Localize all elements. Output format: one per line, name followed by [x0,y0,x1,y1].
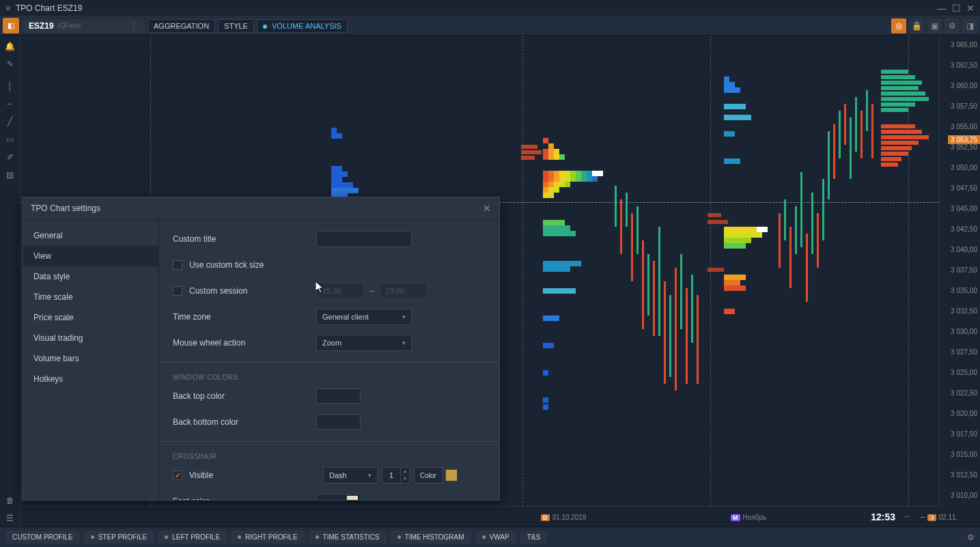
price-tick: 3 025,00 [951,369,977,376]
dropdown-icon[interactable]: ⋮ [130,21,138,31]
bottom-tab[interactable]: TIME HISTOGRAM [391,531,471,544]
bell-icon[interactable]: 🔔 [1,38,19,55]
price-tick: 3 065,00 [951,41,977,48]
bottom-tabs: CUSTOM PROFILESTEP PROFILELEFT PROFILERI… [0,527,980,547]
visible-label: Visible [189,471,323,480]
feed-label: IQFeed [58,22,81,29]
bottom-tab[interactable]: STEP PROFILE [84,531,154,544]
price-tick: 3 035,00 [951,287,977,294]
bottom-tab[interactable]: RIGHT PROFILE [231,531,305,544]
custom-title-label: Custom title [173,234,316,244]
settings-nav-item[interactable]: Hotkeys [23,369,158,389]
price-tick: 3 062,50 [951,61,977,69]
main-toolbar: ◧ ESZ19 IQFeed ⋮ AGGREGATION STYLE VOLUM… [0,16,980,36]
font-color-picker[interactable] [316,494,361,500]
panel-toggle-icon[interactable]: ◨ [962,18,977,33]
symbol-selector[interactable]: ESZ19 IQFeed ⋮ [22,19,145,33]
spinner-down-icon[interactable]: ▼ [401,475,409,483]
price-tick: 3 015,00 [951,451,977,458]
chevron-down-icon: ▾ [368,472,372,479]
settings-nav: GeneralViewData styleTime scalePrice sca… [23,220,159,500]
style-button[interactable]: STYLE [218,19,254,33]
settings-icon[interactable]: ⚙ [944,18,960,33]
horizontal-line-icon[interactable]: ← [1,96,19,112]
settings-title-bar: TPO Chart settings ✕ [23,197,499,220]
window-title: TPO Chart ESZ19 [16,3,937,13]
rectangle-icon[interactable]: ▭ [1,131,19,148]
custom-session-checkbox[interactable] [173,286,182,296]
use-custom-tick-label: Use custom tick size [189,260,264,270]
settings-nav-item[interactable]: Price scale [23,307,158,328]
custom-title-input[interactable] [316,231,412,247]
brush-icon[interactable]: ✐ [1,149,19,165]
bottom-tab[interactable]: CUSTOM PROFILE [5,531,80,544]
line-width-input[interactable] [382,467,401,483]
aggregation-button[interactable]: AGGREGATION [148,19,215,33]
zoom-in-icon[interactable]: + [928,511,934,522]
use-custom-tick-checkbox[interactable] [173,260,182,270]
color-button[interactable]: Color [414,467,443,483]
line-width-spinner[interactable]: ▲▼ [382,467,410,483]
bottom-tab[interactable]: TIME STATISTICS [309,531,387,544]
time-label: D31.10.2019 [541,514,587,521]
settings-nav-item[interactable]: Data style [23,266,158,287]
session-start-input[interactable] [316,283,364,299]
close-icon[interactable]: ✕ [966,3,975,14]
drawing-tools-sidebar: 🔔 ✎ │ ← ╱ ▭ ✐ ▤ 🗑 ☰ [0,36,20,527]
chevron-down-icon: ▾ [402,339,406,346]
minimize-icon[interactable]: — [937,3,947,14]
window-colors-header: WINDOW COLORS [173,374,486,381]
layers-icon[interactable]: ▤ [1,167,19,183]
timezone-select[interactable]: General client ▾ [316,309,412,325]
bottom-tab[interactable]: T&S [520,531,547,544]
settings-nav-item[interactable]: General [23,225,158,246]
maximize-icon[interactable]: ☐ [952,3,961,14]
gear-icon[interactable]: ⚙ [967,533,975,542]
settings-nav-item[interactable]: View [23,246,158,266]
price-tick: 3 020,00 [951,410,977,417]
price-tick: 3 030,00 [951,328,977,335]
arrow-right-icon[interactable]: → [902,511,910,521]
price-tick: 3 055,00 [951,123,977,130]
bottom-tab[interactable]: LEFT PROFILE [158,531,227,544]
window-controls: — ☐ ✕ [937,3,975,14]
time-axis[interactable]: D31.10.2019MНоябрьD02.11. 12:53 → − + [20,506,939,527]
settings-nav-item[interactable]: Time scale [23,287,158,307]
settings-content: Custom title Use custom tick size Custom… [159,220,499,500]
volume-analysis-label: VOLUME ANALYSIS [272,22,341,30]
bottom-tab[interactable]: VWAP [475,531,516,544]
spinner-up-icon[interactable]: ▲ [401,468,409,475]
back-bottom-color-picker[interactable] [316,415,361,430]
screenshot-icon[interactable]: ▣ [927,18,942,33]
zoom-controls: − + [920,511,934,522]
hamburger-icon[interactable]: ≡ [5,3,10,13]
time-label: MНоябрь [731,514,766,521]
settings-nav-item[interactable]: Visual trading [23,328,158,348]
trend-line-icon[interactable]: ╱ [1,113,19,130]
price-tick: 3 047,50 [951,184,977,192]
mouse-wheel-select[interactable]: Zoom ▾ [316,335,412,351]
zoom-out-icon[interactable]: − [920,511,925,522]
price-tick: 3 022,50 [951,389,977,397]
back-top-color-picker[interactable] [316,389,361,404]
templates-button[interactable]: ◧ [3,18,19,33]
current-price-marker: 3 053,75 [948,135,980,144]
mouse-wheel-label: Mouse wheel action [173,338,316,348]
timezone-label: Time zone [173,312,316,322]
lock-icon[interactable]: 🔒 [909,18,924,33]
vertical-line-icon[interactable]: │ [1,78,19,94]
target-icon[interactable]: ◎ [891,18,906,33]
list-icon[interactable]: ☰ [1,510,19,527]
pencil-icon[interactable]: ✎ [1,56,19,72]
settings-nav-item[interactable]: Volume bars [23,348,158,369]
line-style-select[interactable]: Dash ▾ [323,467,378,483]
back-bottom-label: Back bottom color [173,417,316,427]
clock: 12:53 [871,511,895,522]
volume-analysis-button[interactable]: VOLUME ANALYSIS [257,19,348,33]
trash-icon[interactable]: 🗑 [1,492,19,509]
close-icon[interactable]: ✕ [483,203,491,214]
session-end-input[interactable] [380,283,428,299]
visible-checkbox[interactable] [173,471,182,480]
price-axis[interactable]: 3 065,003 062,503 060,003 057,503 055,00… [939,36,980,506]
crosshair-color-swatch[interactable] [445,469,458,481]
